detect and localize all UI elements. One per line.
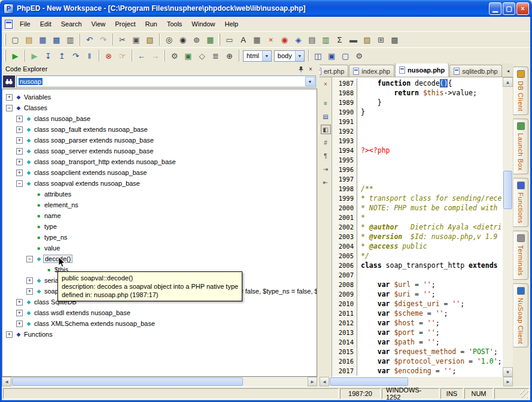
close-button[interactable]: × bbox=[516, 2, 529, 15]
scroll-track[interactable] bbox=[329, 377, 503, 386]
menu-search[interactable]: Search bbox=[56, 19, 87, 29]
line-number[interactable]: 2012 bbox=[332, 318, 357, 328]
line-number[interactable]: 1998 bbox=[332, 184, 357, 194]
tree-item[interactable]: +◆class soap_parser extends nusoap_base bbox=[2, 135, 317, 146]
tree-item[interactable]: −◆Classes bbox=[2, 102, 317, 113]
code-line[interactable]: 2007 bbox=[332, 270, 503, 280]
toolbar-grip[interactable] bbox=[4, 50, 6, 62]
tab-nusoap-client[interactable]: NuSoap Client bbox=[513, 283, 528, 347]
tree-item[interactable]: ■attributes bbox=[2, 189, 317, 200]
tree-item[interactable]: ■name bbox=[2, 210, 317, 221]
cut-icon[interactable]: ✂ bbox=[115, 33, 129, 46]
special-chars-icon[interactable]: ▩ bbox=[388, 33, 402, 46]
pin-icon[interactable] bbox=[296, 65, 306, 73]
expand-icon[interactable]: + bbox=[26, 277, 33, 284]
menu-tools[interactable]: Tools bbox=[162, 19, 187, 29]
search-icon[interactable] bbox=[3, 75, 15, 87]
code-line[interactable]: 1998/** bbox=[332, 184, 503, 194]
scroll-thumb[interactable] bbox=[12, 377, 243, 386]
toolbar-grip[interactable] bbox=[4, 34, 6, 46]
tab-nusoap-php[interactable]: nusoap.php bbox=[395, 64, 449, 77]
tree-item[interactable]: +◆class nusoap_base bbox=[2, 113, 317, 124]
code-line[interactable]: 2009 var $uri = ''; bbox=[332, 289, 503, 299]
line-number[interactable]: 2015 bbox=[332, 347, 357, 356]
delete-icon[interactable]: × bbox=[264, 33, 278, 46]
hr-icon[interactable]: ▬ bbox=[346, 33, 360, 46]
settings-icon[interactable]: ⚙ bbox=[352, 49, 366, 62]
strip-indent-icon[interactable]: ⇥ bbox=[321, 164, 331, 174]
tree-item[interactable]: +◆Functions bbox=[2, 329, 317, 340]
line-number[interactable]: 2004 bbox=[332, 241, 357, 251]
code-line[interactable]: 2010 var $digest_uri = ''; bbox=[332, 299, 503, 309]
explorer-search-input[interactable]: nusoap ▼ bbox=[16, 75, 316, 87]
find-icon[interactable]: ◎ bbox=[162, 33, 176, 46]
chevron-down-icon[interactable]: ▼ bbox=[305, 77, 315, 86]
sum-icon[interactable]: Σ bbox=[333, 33, 346, 46]
tree-item[interactable]: −◆decode() bbox=[2, 253, 317, 264]
expand-icon[interactable]: + bbox=[16, 126, 23, 133]
code-line[interactable]: 1999* transport class for sending/rece bbox=[332, 194, 503, 203]
code-line[interactable]: 2013 var $port = ''; bbox=[332, 328, 503, 337]
query-icon[interactable]: ▥ bbox=[319, 33, 333, 46]
stop-icon[interactable]: ⊗ bbox=[102, 49, 115, 62]
save-all-icon[interactable]: ▩ bbox=[50, 33, 63, 46]
line-number[interactable]: 2006 bbox=[332, 261, 357, 270]
code-line[interactable]: 2001* bbox=[332, 213, 503, 222]
code-line[interactable]: 2003* @version $Id: nusoap.php,v 1.9 bbox=[332, 232, 503, 241]
line-number[interactable]: 2009 bbox=[332, 289, 357, 299]
line-number[interactable]: 2001 bbox=[332, 213, 357, 222]
run-icon[interactable]: ▶ bbox=[8, 49, 22, 62]
expand-icon[interactable]: + bbox=[16, 299, 23, 306]
line-number[interactable]: 1989 bbox=[332, 98, 357, 107]
save-icon[interactable]: ▦ bbox=[36, 33, 50, 46]
line-number[interactable]: 2017 bbox=[332, 366, 357, 376]
explorer-horizontal-scrollbar[interactable]: ◄ ► bbox=[2, 377, 317, 386]
scroll-down-icon[interactable]: ▼ bbox=[503, 367, 513, 377]
tools-icon[interactable]: ⚙ bbox=[168, 49, 181, 62]
menu-help[interactable]: Help bbox=[220, 19, 243, 29]
line-number[interactable]: 1992 bbox=[332, 126, 357, 136]
scroll-right-icon[interactable]: ► bbox=[503, 377, 513, 386]
collapse-icon[interactable]: − bbox=[16, 180, 23, 187]
image-icon[interactable]: ▣ bbox=[181, 49, 195, 62]
maximize-button[interactable]: ▢ bbox=[503, 2, 515, 15]
tab-db-client[interactable]: DB Client bbox=[513, 67, 528, 115]
chevron-down-icon[interactable]: ▼ bbox=[295, 51, 304, 61]
tree-item[interactable]: +◆Variables bbox=[2, 92, 317, 102]
line-number[interactable]: 1996 bbox=[332, 165, 357, 174]
line-number[interactable]: 2007 bbox=[332, 270, 357, 280]
tab-scroll-left-icon[interactable]: ◂ bbox=[504, 67, 512, 75]
step-in-icon[interactable]: ↧ bbox=[41, 49, 55, 62]
menu-edit[interactable]: Edit bbox=[35, 19, 56, 29]
line-number[interactable]: 1990 bbox=[332, 107, 357, 117]
line-number[interactable]: 1991 bbox=[332, 117, 357, 126]
code-line[interactable]: 1987 function decode(){ bbox=[332, 78, 503, 88]
goto-icon[interactable]: ▦ bbox=[203, 33, 217, 46]
minimize-button[interactable]: ▁ bbox=[489, 2, 501, 15]
window-cascade-icon[interactable]: ▣ bbox=[325, 49, 339, 62]
tree-item[interactable]: +◆class soapclient extends nusoap_base bbox=[2, 167, 317, 178]
tab-terminals[interactable]: Terminals bbox=[513, 231, 528, 280]
chevron-down-icon[interactable]: ▼ bbox=[262, 51, 271, 61]
expand-icon[interactable]: + bbox=[16, 321, 23, 327]
line-number[interactable]: 2000 bbox=[332, 203, 357, 213]
scroll-up-icon[interactable]: ▲ bbox=[503, 77, 513, 87]
tab-sqlitedb-php[interactable]: sqlitedb.php bbox=[449, 65, 501, 77]
editor-vertical-scrollbar[interactable]: ▲ ▼ bbox=[503, 77, 513, 377]
toolbar-grip[interactable] bbox=[218, 34, 220, 46]
expand-icon[interactable]: + bbox=[6, 94, 13, 101]
line-number[interactable]: 1997 bbox=[332, 174, 357, 184]
code-line[interactable]: 1988 return $this->value; bbox=[332, 88, 503, 98]
code-line[interactable]: 2000* NOTE: PHP must be compiled with bbox=[332, 203, 503, 213]
code-line[interactable]: 2005*/ bbox=[332, 251, 503, 261]
code-line[interactable]: 1997 bbox=[332, 174, 503, 184]
code-line[interactable]: 1991 bbox=[332, 117, 503, 126]
code-line[interactable]: 2012 var $host = ''; bbox=[332, 318, 503, 328]
strip-outdent-icon[interactable]: ⇤ bbox=[321, 177, 331, 187]
expand-icon[interactable]: + bbox=[16, 159, 23, 165]
undo-icon[interactable]: ↶ bbox=[83, 33, 96, 46]
scroll-track[interactable] bbox=[503, 87, 513, 367]
tree-item[interactable]: ■value bbox=[2, 243, 317, 253]
zoom-icon[interactable]: ⊕ bbox=[223, 49, 236, 62]
code-line[interactable]: 2015 var $request_method = 'POST'; bbox=[332, 347, 503, 356]
